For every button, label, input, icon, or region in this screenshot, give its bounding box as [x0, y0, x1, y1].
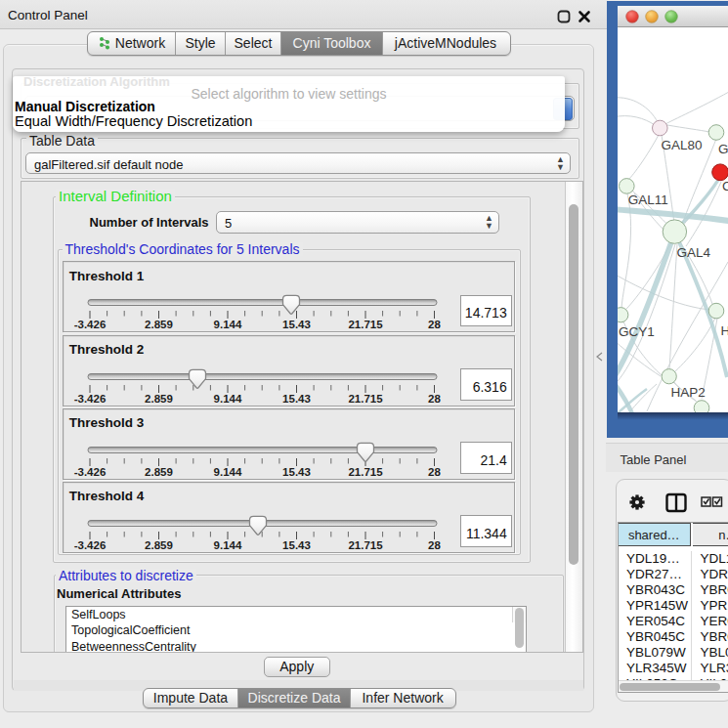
- svg-text:21.715: 21.715: [348, 538, 383, 550]
- svg-text:2.859: 2.859: [145, 538, 173, 550]
- svg-text:2.859: 2.859: [145, 465, 173, 477]
- svg-text:2.859: 2.859: [145, 392, 173, 404]
- svg-text:15.43: 15.43: [282, 465, 311, 477]
- svg-text:9.144: 9.144: [213, 465, 241, 477]
- svg-text:GAL11: GAL11: [627, 193, 667, 207]
- svg-text:GAL4: GAL4: [676, 245, 710, 260]
- svg-text:GCY1: GCY1: [619, 324, 655, 339]
- svg-text:21.715: 21.715: [348, 319, 383, 330]
- svg-text:9.144: 9.144: [213, 319, 241, 330]
- svg-text:15.43: 15.43: [282, 538, 311, 550]
- svg-text:-3.426: -3.426: [73, 465, 106, 477]
- svg-text:-3.426: -3.426: [73, 538, 106, 550]
- svg-text:9.144: 9.144: [213, 538, 241, 550]
- svg-text:HAP2: HAP2: [670, 385, 705, 400]
- svg-text:28: 28: [428, 319, 441, 330]
- svg-text:2.859: 2.859: [145, 319, 173, 330]
- svg-text:GAL80: GAL80: [661, 138, 702, 152]
- svg-text:-3.426: -3.426: [73, 392, 106, 404]
- svg-text:15.43: 15.43: [282, 319, 311, 330]
- svg-text:21.715: 21.715: [348, 392, 383, 404]
- svg-text:H: H: [720, 323, 728, 338]
- svg-text:15.43: 15.43: [282, 392, 311, 404]
- svg-text:C: C: [722, 179, 728, 193]
- svg-text:28: 28: [428, 538, 441, 550]
- svg-text:GA: GA: [718, 142, 728, 156]
- svg-text:-3.426: -3.426: [73, 319, 106, 330]
- svg-text:9.144: 9.144: [213, 392, 241, 404]
- svg-text:28: 28: [428, 392, 441, 404]
- svg-text:28: 28: [428, 465, 441, 477]
- svg-text:21.715: 21.715: [348, 465, 383, 477]
